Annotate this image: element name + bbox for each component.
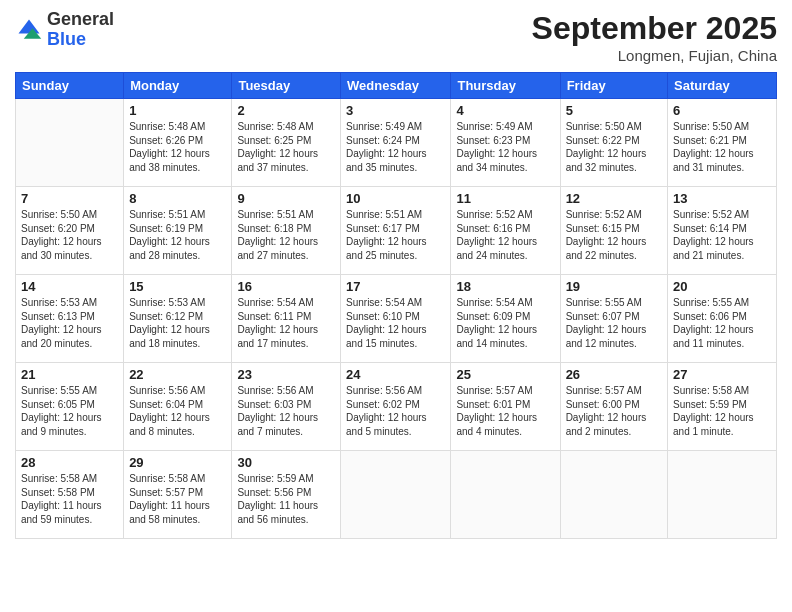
day-info: Sunrise: 5:54 AMSunset: 6:09 PMDaylight:… — [456, 296, 554, 350]
calendar-cell: 23 Sunrise: 5:56 AMSunset: 6:03 PMDaylig… — [232, 363, 341, 451]
day-number: 18 — [456, 279, 554, 294]
calendar-cell — [16, 99, 124, 187]
day-info: Sunrise: 5:55 AMSunset: 6:05 PMDaylight:… — [21, 384, 118, 438]
day-info: Sunrise: 5:49 AMSunset: 6:24 PMDaylight:… — [346, 120, 445, 174]
calendar-cell: 22 Sunrise: 5:56 AMSunset: 6:04 PMDaylig… — [124, 363, 232, 451]
day-info: Sunrise: 5:48 AMSunset: 6:25 PMDaylight:… — [237, 120, 335, 174]
week-row-0: 1 Sunrise: 5:48 AMSunset: 6:26 PMDayligh… — [16, 99, 777, 187]
weekday-header-row: Sunday Monday Tuesday Wednesday Thursday… — [16, 73, 777, 99]
calendar-cell: 2 Sunrise: 5:48 AMSunset: 6:25 PMDayligh… — [232, 99, 341, 187]
day-number: 29 — [129, 455, 226, 470]
day-number: 23 — [237, 367, 335, 382]
week-row-1: 7 Sunrise: 5:50 AMSunset: 6:20 PMDayligh… — [16, 187, 777, 275]
logo-icon — [15, 16, 43, 44]
day-info: Sunrise: 5:58 AMSunset: 5:57 PMDaylight:… — [129, 472, 226, 526]
day-number: 4 — [456, 103, 554, 118]
week-row-4: 28 Sunrise: 5:58 AMSunset: 5:58 PMDaylig… — [16, 451, 777, 539]
week-row-3: 21 Sunrise: 5:55 AMSunset: 6:05 PMDaylig… — [16, 363, 777, 451]
day-info: Sunrise: 5:49 AMSunset: 6:23 PMDaylight:… — [456, 120, 554, 174]
day-number: 2 — [237, 103, 335, 118]
header-thursday: Thursday — [451, 73, 560, 99]
logo: General Blue — [15, 10, 114, 50]
logo-general: General — [47, 9, 114, 29]
day-info: Sunrise: 5:57 AMSunset: 6:01 PMDaylight:… — [456, 384, 554, 438]
calendar-cell: 6 Sunrise: 5:50 AMSunset: 6:21 PMDayligh… — [668, 99, 777, 187]
day-number: 8 — [129, 191, 226, 206]
day-number: 11 — [456, 191, 554, 206]
title-section: September 2025 Longmen, Fujian, China — [532, 10, 777, 64]
header: General Blue September 2025 Longmen, Fuj… — [15, 10, 777, 64]
day-info: Sunrise: 5:53 AMSunset: 6:12 PMDaylight:… — [129, 296, 226, 350]
calendar-cell: 9 Sunrise: 5:51 AMSunset: 6:18 PMDayligh… — [232, 187, 341, 275]
header-tuesday: Tuesday — [232, 73, 341, 99]
day-number: 6 — [673, 103, 771, 118]
calendar-cell: 8 Sunrise: 5:51 AMSunset: 6:19 PMDayligh… — [124, 187, 232, 275]
calendar-cell — [341, 451, 451, 539]
calendar-cell: 20 Sunrise: 5:55 AMSunset: 6:06 PMDaylig… — [668, 275, 777, 363]
calendar-cell: 17 Sunrise: 5:54 AMSunset: 6:10 PMDaylig… — [341, 275, 451, 363]
day-info: Sunrise: 5:56 AMSunset: 6:04 PMDaylight:… — [129, 384, 226, 438]
day-number: 13 — [673, 191, 771, 206]
day-number: 12 — [566, 191, 662, 206]
day-info: Sunrise: 5:52 AMSunset: 6:15 PMDaylight:… — [566, 208, 662, 262]
day-info: Sunrise: 5:51 AMSunset: 6:17 PMDaylight:… — [346, 208, 445, 262]
calendar-cell — [668, 451, 777, 539]
day-number: 27 — [673, 367, 771, 382]
day-info: Sunrise: 5:57 AMSunset: 6:00 PMDaylight:… — [566, 384, 662, 438]
calendar-cell: 7 Sunrise: 5:50 AMSunset: 6:20 PMDayligh… — [16, 187, 124, 275]
day-number: 3 — [346, 103, 445, 118]
day-info: Sunrise: 5:55 AMSunset: 6:06 PMDaylight:… — [673, 296, 771, 350]
day-number: 17 — [346, 279, 445, 294]
calendar-cell: 10 Sunrise: 5:51 AMSunset: 6:17 PMDaylig… — [341, 187, 451, 275]
day-info: Sunrise: 5:54 AMSunset: 6:10 PMDaylight:… — [346, 296, 445, 350]
day-number: 21 — [21, 367, 118, 382]
calendar-cell: 13 Sunrise: 5:52 AMSunset: 6:14 PMDaylig… — [668, 187, 777, 275]
day-info: Sunrise: 5:58 AMSunset: 5:58 PMDaylight:… — [21, 472, 118, 526]
calendar-cell: 12 Sunrise: 5:52 AMSunset: 6:15 PMDaylig… — [560, 187, 667, 275]
calendar-cell: 18 Sunrise: 5:54 AMSunset: 6:09 PMDaylig… — [451, 275, 560, 363]
calendar-cell: 30 Sunrise: 5:59 AMSunset: 5:56 PMDaylig… — [232, 451, 341, 539]
day-number: 25 — [456, 367, 554, 382]
day-number: 30 — [237, 455, 335, 470]
calendar-cell: 16 Sunrise: 5:54 AMSunset: 6:11 PMDaylig… — [232, 275, 341, 363]
calendar-cell: 24 Sunrise: 5:56 AMSunset: 6:02 PMDaylig… — [341, 363, 451, 451]
header-friday: Friday — [560, 73, 667, 99]
day-info: Sunrise: 5:56 AMSunset: 6:02 PMDaylight:… — [346, 384, 445, 438]
month-title: September 2025 — [532, 10, 777, 47]
calendar-cell: 4 Sunrise: 5:49 AMSunset: 6:23 PMDayligh… — [451, 99, 560, 187]
calendar-cell: 1 Sunrise: 5:48 AMSunset: 6:26 PMDayligh… — [124, 99, 232, 187]
day-number: 20 — [673, 279, 771, 294]
calendar-cell: 27 Sunrise: 5:58 AMSunset: 5:59 PMDaylig… — [668, 363, 777, 451]
day-number: 10 — [346, 191, 445, 206]
logo-blue: Blue — [47, 29, 86, 49]
day-number: 15 — [129, 279, 226, 294]
day-number: 26 — [566, 367, 662, 382]
day-number: 22 — [129, 367, 226, 382]
day-info: Sunrise: 5:48 AMSunset: 6:26 PMDaylight:… — [129, 120, 226, 174]
day-info: Sunrise: 5:50 AMSunset: 6:20 PMDaylight:… — [21, 208, 118, 262]
day-info: Sunrise: 5:51 AMSunset: 6:18 PMDaylight:… — [237, 208, 335, 262]
calendar-cell — [560, 451, 667, 539]
day-number: 5 — [566, 103, 662, 118]
day-number: 16 — [237, 279, 335, 294]
calendar-cell: 5 Sunrise: 5:50 AMSunset: 6:22 PMDayligh… — [560, 99, 667, 187]
day-info: Sunrise: 5:52 AMSunset: 6:14 PMDaylight:… — [673, 208, 771, 262]
header-saturday: Saturday — [668, 73, 777, 99]
header-wednesday: Wednesday — [341, 73, 451, 99]
calendar-cell: 29 Sunrise: 5:58 AMSunset: 5:57 PMDaylig… — [124, 451, 232, 539]
header-monday: Monday — [124, 73, 232, 99]
day-number: 19 — [566, 279, 662, 294]
day-info: Sunrise: 5:59 AMSunset: 5:56 PMDaylight:… — [237, 472, 335, 526]
day-info: Sunrise: 5:51 AMSunset: 6:19 PMDaylight:… — [129, 208, 226, 262]
week-row-2: 14 Sunrise: 5:53 AMSunset: 6:13 PMDaylig… — [16, 275, 777, 363]
day-info: Sunrise: 5:50 AMSunset: 6:21 PMDaylight:… — [673, 120, 771, 174]
calendar-cell: 19 Sunrise: 5:55 AMSunset: 6:07 PMDaylig… — [560, 275, 667, 363]
day-number: 14 — [21, 279, 118, 294]
calendar-cell: 15 Sunrise: 5:53 AMSunset: 6:12 PMDaylig… — [124, 275, 232, 363]
day-info: Sunrise: 5:53 AMSunset: 6:13 PMDaylight:… — [21, 296, 118, 350]
day-info: Sunrise: 5:56 AMSunset: 6:03 PMDaylight:… — [237, 384, 335, 438]
calendar: Sunday Monday Tuesday Wednesday Thursday… — [15, 72, 777, 539]
day-info: Sunrise: 5:58 AMSunset: 5:59 PMDaylight:… — [673, 384, 771, 438]
day-number: 7 — [21, 191, 118, 206]
calendar-cell: 26 Sunrise: 5:57 AMSunset: 6:00 PMDaylig… — [560, 363, 667, 451]
